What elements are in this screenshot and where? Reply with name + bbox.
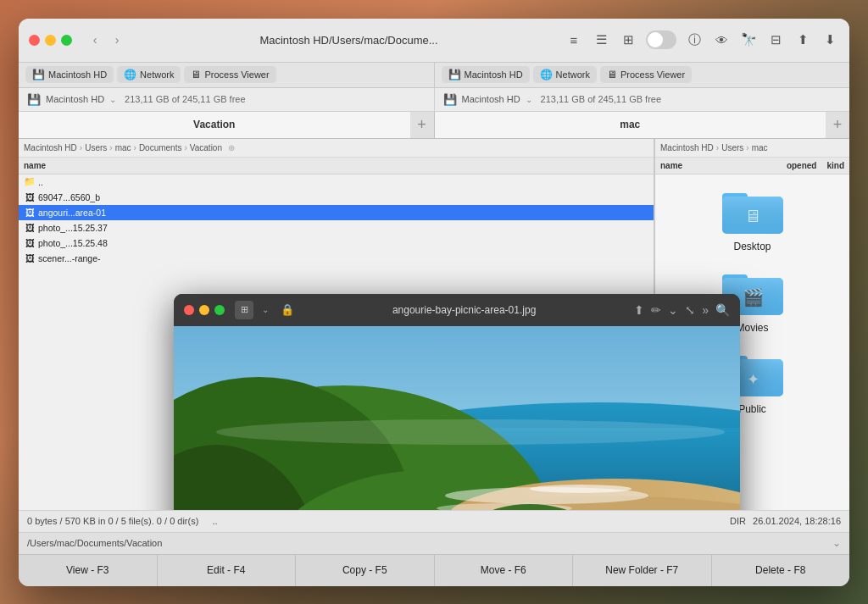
file-item-angouri[interactable]: 🖼 angouri...area-01	[19, 205, 654, 220]
network-icon-left: 🌐	[124, 69, 136, 80]
fn-bar: View - F3 Edit - F4 Copy - F5 Move - F6 …	[19, 554, 849, 586]
drive-icon-right: 💾	[443, 93, 457, 106]
back-button[interactable]: ‹	[86, 30, 104, 49]
preview-share-icon[interactable]: ⬆	[634, 303, 644, 317]
bc-users-right[interactable]: Users	[721, 143, 743, 152]
preview-image	[174, 326, 740, 510]
file-name-photo2: photo_...15.25.48	[38, 238, 648, 248]
fn-delete[interactable]: Delete - F8	[712, 555, 850, 586]
sidebar-tab-process-right[interactable]: 🖥 Process Viewer	[600, 66, 692, 83]
sidebar-tabs-right: 💾 Macintosh HD 🌐 Network 🖥 Process Viewe…	[435, 63, 850, 87]
file-item-photo2[interactable]: 🖼 photo_...15.25.48	[19, 236, 654, 251]
toolbar-icons: ≡ ☰ ⊞ ⓘ 👁 🔭 ⊟ ⬆ ⬇	[565, 30, 839, 49]
main-window: ‹ › Macintosh HD/Users/mac/Docume... ≡ ☰…	[19, 19, 849, 586]
preview-expand-icon[interactable]: ⤡	[685, 303, 695, 317]
bc-users[interactable]: Users	[85, 143, 107, 152]
preview-minimize[interactable]	[199, 305, 209, 315]
preview-search-icon[interactable]: 🔍	[715, 303, 730, 317]
bc-more-icon: ⊕	[228, 143, 235, 152]
image-icon-angouri: 🖼	[24, 208, 36, 218]
right-col-headers: name opened kind	[655, 158, 849, 175]
share-icon[interactable]: ⬆	[793, 30, 812, 49]
maximize-button[interactable]	[61, 35, 72, 46]
preview-close[interactable]	[184, 305, 194, 315]
fn-copy[interactable]: Copy - F5	[296, 555, 435, 586]
fn-move[interactable]: Move - F6	[435, 555, 574, 586]
preview-traffic-lights	[184, 305, 225, 315]
preview-toolbar-right: ⬆ ✏ ⌄ ⤡ » 🔍	[634, 303, 730, 317]
tab-mac[interactable]: mac	[435, 112, 826, 138]
file-name-1: 69047...6560_b	[38, 192, 648, 202]
status-date: 26.01.2024, 18:28:16	[753, 516, 841, 526]
forward-button[interactable]: ›	[108, 30, 126, 49]
bc-vacation[interactable]: Vacation	[190, 143, 222, 152]
download-icon[interactable]: ⬇	[821, 30, 839, 49]
list-view-icon[interactable]: ≡	[565, 30, 583, 49]
preview-more-icon[interactable]: »	[702, 303, 709, 317]
col-name-right: name	[660, 161, 682, 170]
preview-layout-btn[interactable]: ⊞	[235, 301, 253, 319]
binoculars-icon[interactable]: 🔭	[739, 30, 758, 49]
status-dir-type: DIR	[730, 516, 746, 526]
title-bar: ‹ › Macintosh HD/Users/mac/Docume... ≡ ☰…	[19, 19, 849, 63]
bc-documents[interactable]: Documents	[139, 143, 182, 152]
detail-view-icon[interactable]: ☰	[592, 30, 610, 49]
dual-drive-info: 💾 Macintosh HD ⌄ 213,11 GB of 245,11 GB …	[19, 88, 849, 112]
bc-macintosh-hd[interactable]: Macintosh HD	[24, 143, 77, 152]
image-icon-photo1: 🖼	[24, 223, 36, 233]
grid-view-icon[interactable]: ⊞	[619, 30, 637, 49]
process-icon-left: 🖥	[191, 69, 201, 80]
fn-new-folder[interactable]: New Folder - F7	[573, 555, 712, 586]
preview-icon[interactable]: 👁	[712, 30, 731, 49]
svg-point-29	[216, 419, 725, 445]
file-item-scene[interactable]: 🖼 scener...-range-	[19, 251, 654, 266]
col-kind: kind	[826, 161, 844, 170]
sidebar-tab-network-left[interactable]: 🌐 Network	[117, 66, 181, 83]
bc-mac[interactable]: mac	[115, 143, 131, 152]
preview-maximize[interactable]	[214, 305, 225, 315]
preview-layout-chevron[interactable]: ⌄	[262, 305, 269, 314]
svg-text:🖥: 🖥	[744, 207, 761, 225]
sidebar-tab-macintosh-left[interactable]: 💾 Macintosh HD	[25, 66, 114, 83]
file-item-1[interactable]: 🖼 69047...6560_b	[19, 190, 654, 205]
sidebar-tab-network-right[interactable]: 🌐 Network	[533, 66, 597, 83]
folder-desktop-label: Desktop	[733, 241, 771, 252]
add-tab-left[interactable]: +	[410, 112, 434, 138]
preview-chevron-icon[interactable]: ⌄	[668, 303, 678, 317]
dual-tab-bar: Vacation + mac +	[19, 112, 849, 139]
bc-mhd-right[interactable]: Macintosh HD	[660, 143, 714, 152]
tab-section-right: mac +	[435, 112, 850, 138]
fn-edit[interactable]: Edit - F4	[158, 555, 297, 586]
tab-vacation[interactable]: Vacation	[19, 112, 410, 138]
sidebar-tabs-left: 💾 Macintosh HD 🌐 Network 🖥 Process Viewe…	[19, 63, 435, 87]
file-item-photo1[interactable]: 🖼 photo_...15.25.37	[19, 220, 654, 236]
sidebar-tab-macintosh-right[interactable]: 💾 Macintosh HD	[442, 66, 530, 83]
toggle-button[interactable]	[646, 30, 676, 49]
macintosh-hd-icon-right: 💾	[448, 69, 461, 80]
file-item-dotdot[interactable]: 📁 ..	[19, 175, 654, 190]
bc-mac-right[interactable]: mac	[752, 143, 768, 152]
path-bar: /Users/mac/Documents/Vacation ⌄	[19, 532, 849, 554]
folder-public-label: Public	[738, 403, 766, 415]
preview-edit-icon[interactable]: ✏	[651, 303, 661, 317]
sidebar-tab-process-left[interactable]: 🖥 Process Viewer	[184, 66, 275, 83]
drive-dropdown-right[interactable]: ⌄	[526, 95, 532, 104]
path-bar-dropdown[interactable]: ⌄	[832, 537, 841, 549]
info-icon[interactable]: ⓘ	[685, 30, 704, 49]
drive-info-right: 💾 Macintosh HD ⌄ 213,11 GB of 245,11 GB …	[435, 88, 850, 111]
minimize-button[interactable]	[45, 35, 56, 46]
image-icon-photo2: 🖼	[24, 238, 36, 248]
drive-icon-left: 💾	[27, 93, 41, 106]
file-name-scene: scener...-range-	[38, 253, 648, 263]
folder-icon-dotdot: 📁	[24, 176, 36, 187]
image-icon-scene: 🖼	[24, 253, 36, 263]
beach-scene-svg	[174, 326, 740, 510]
sidebar-toggle-icon[interactable]: ⊟	[766, 30, 785, 49]
file-name-angouri: angouri...area-01	[38, 208, 648, 218]
folder-desktop[interactable]: 🖥 Desktop	[710, 183, 795, 258]
drive-dropdown-left[interactable]: ⌄	[109, 95, 116, 104]
close-button[interactable]	[29, 35, 40, 46]
fn-view[interactable]: View - F3	[19, 555, 158, 586]
add-tab-right[interactable]: +	[826, 112, 849, 138]
nav-arrows: ‹ ›	[86, 30, 126, 49]
